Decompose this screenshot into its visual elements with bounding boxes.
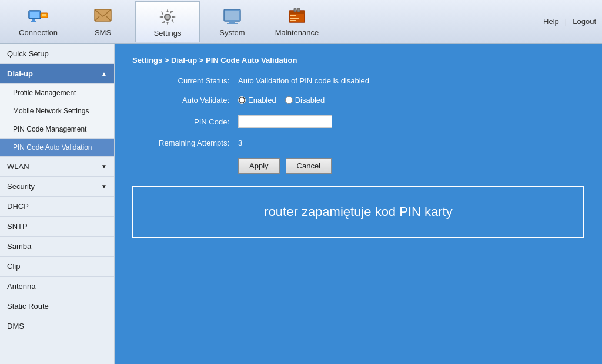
- info-box: router zapamiętuje kod PIN karty: [132, 186, 584, 238]
- sidebar-wlan[interactable]: WLAN ▼: [0, 157, 114, 177]
- current-status-label: Current Status:: [132, 76, 238, 85]
- top-nav: Connection SMS Settings: [0, 0, 602, 44]
- pin-code-row: PIN Code:: [132, 115, 584, 128]
- pin-code-management-label: PIN Code Management: [13, 125, 86, 133]
- sidebar-profile-management[interactable]: Profile Management: [0, 84, 114, 102]
- svg-rect-13: [225, 11, 239, 20]
- sidebar-dms[interactable]: DMS: [0, 316, 114, 336]
- remaining-label: Remaining Attempts:: [132, 139, 238, 147]
- nav-system[interactable]: System: [200, 1, 265, 42]
- svg-rect-5: [42, 14, 46, 16]
- apply-button[interactable]: Apply: [238, 158, 280, 174]
- sntp-label: SNTP: [7, 222, 28, 231]
- security-chevron: ▼: [101, 183, 107, 190]
- pin-code-label: PIN Code:: [132, 117, 238, 126]
- cancel-button[interactable]: Cancel: [286, 158, 332, 174]
- security-label: Security: [7, 182, 35, 191]
- quick-setup-label: Quick Setup: [7, 49, 49, 58]
- antenna-label: Antenna: [7, 282, 35, 291]
- pin-auto-validation-label: PIN Code Auto Validation: [13, 143, 92, 151]
- sidebar-pin-auto-validation[interactable]: PIN Code Auto Validation: [0, 139, 114, 157]
- form-area: Current Status: Auto Validation of PIN c…: [132, 76, 584, 174]
- svg-rect-20: [290, 20, 296, 21]
- sidebar-clip[interactable]: Clip: [0, 257, 114, 277]
- sidebar-samba[interactable]: Samba: [0, 237, 114, 257]
- button-row: Apply Cancel: [238, 158, 584, 174]
- wlan-chevron: ▼: [101, 163, 107, 170]
- sidebar-quick-setup[interactable]: Quick Setup: [0, 44, 114, 64]
- disabled-option[interactable]: Disabled: [285, 96, 325, 105]
- svg-rect-19: [290, 18, 299, 19]
- nav-system-label: System: [219, 28, 245, 37]
- wlan-label: WLAN: [7, 162, 29, 171]
- profile-management-label: Profile Management: [13, 89, 76, 97]
- svg-rect-15: [227, 23, 238, 24]
- nav-connection[interactable]: Connection: [6, 1, 71, 42]
- enabled-radio[interactable]: [238, 96, 246, 104]
- sidebar: Quick Setup Dial-up ▲ Profile Management…: [0, 44, 115, 364]
- nav-sms-label: SMS: [95, 28, 111, 37]
- enabled-label: Enabled: [248, 96, 276, 105]
- sidebar-security[interactable]: Security ▼: [0, 177, 114, 197]
- auto-validate-label: Auto Validate:: [132, 96, 238, 105]
- sidebar-dialup[interactable]: Dial-up ▲: [0, 64, 114, 84]
- main-layout: Quick Setup Dial-up ▲ Profile Management…: [0, 44, 602, 364]
- disabled-radio[interactable]: [285, 96, 293, 104]
- disabled-label: Disabled: [295, 96, 325, 105]
- mobile-network-label: Mobile Network Settings: [13, 107, 89, 115]
- current-status-row: Current Status: Auto Validation of PIN c…: [132, 76, 584, 85]
- nav-right: Help | Logout: [543, 17, 596, 26]
- static-route-label: Static Route: [7, 302, 49, 311]
- clip-label: Clip: [7, 262, 20, 271]
- dialup-chevron: ▲: [101, 70, 107, 77]
- nav-sms[interactable]: SMS: [71, 1, 135, 42]
- nav-settings-label: Settings: [154, 29, 182, 38]
- nav-settings[interactable]: Settings: [135, 1, 200, 42]
- dms-label: DMS: [7, 322, 24, 331]
- enabled-option[interactable]: Enabled: [238, 96, 276, 105]
- dhcp-label: DHCP: [7, 202, 29, 211]
- svg-rect-18: [290, 15, 296, 16]
- help-link[interactable]: Help: [543, 17, 559, 26]
- sidebar-static-route[interactable]: Static Route: [0, 296, 114, 316]
- samba-label: Samba: [7, 242, 31, 251]
- svg-rect-2: [32, 19, 35, 21]
- nav-maintenance[interactable]: Maintenance: [265, 1, 329, 42]
- auto-validate-row: Auto Validate: Enabled Disabled: [132, 96, 584, 105]
- info-box-text: router zapamiętuje kod PIN karty: [264, 204, 452, 219]
- auto-validate-radio-group: Enabled Disabled: [238, 96, 325, 105]
- svg-rect-14: [229, 21, 235, 23]
- sidebar-sntp[interactable]: SNTP: [0, 217, 114, 237]
- nav-separator: |: [565, 17, 567, 26]
- remaining-attempts-row: Remaining Attempts: 3: [132, 139, 584, 147]
- svg-rect-22: [297, 8, 300, 12]
- pin-code-input[interactable]: [238, 115, 332, 128]
- sidebar-mobile-network[interactable]: Mobile Network Settings: [0, 102, 114, 120]
- current-status-value: Auto Validation of PIN code is disabled: [238, 76, 369, 85]
- svg-point-11: [166, 15, 169, 19]
- svg-rect-3: [31, 21, 36, 22]
- nav-maintenance-label: Maintenance: [275, 28, 319, 37]
- svg-rect-21: [294, 8, 296, 12]
- dialup-label: Dial-up: [7, 69, 33, 78]
- logout-link[interactable]: Logout: [573, 17, 596, 26]
- remaining-value: 3: [238, 139, 242, 147]
- svg-rect-17: [289, 11, 305, 14]
- sidebar-pin-code-management[interactable]: PIN Code Management: [0, 120, 114, 139]
- nav-connection-label: Connection: [19, 28, 58, 37]
- sidebar-dhcp[interactable]: DHCP: [0, 197, 114, 217]
- breadcrumb: Settings > Dial-up > PIN Code Auto Valid…: [132, 56, 584, 65]
- content-area: Settings > Dial-up > PIN Code Auto Valid…: [115, 44, 602, 364]
- sidebar-antenna[interactable]: Antenna: [0, 277, 114, 296]
- svg-rect-1: [30, 12, 39, 18]
